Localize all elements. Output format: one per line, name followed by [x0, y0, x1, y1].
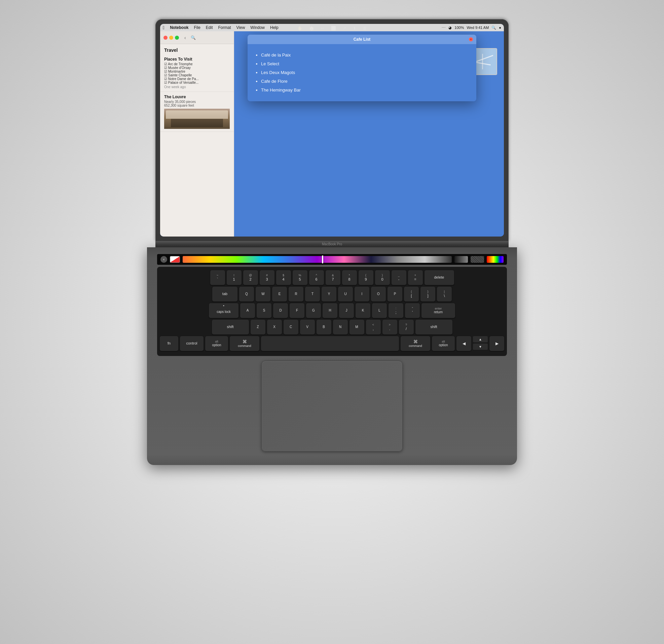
note-title-louvre: The Louvre	[164, 95, 230, 99]
key-a[interactable]: A	[240, 303, 255, 318]
key-control[interactable]: control	[180, 336, 204, 351]
key-m[interactable]: M	[350, 320, 364, 335]
touch-bar-slider-thumb	[322, 255, 323, 263]
trackpad[interactable]	[261, 361, 403, 451]
laptop-lid:  Notebook File Edit Format View Window …	[155, 19, 509, 241]
key-9[interactable]: (9	[358, 270, 373, 285]
bluetooth-icon: ⋅⋅⋅	[442, 25, 446, 30]
key-shift-left[interactable]: shift	[212, 320, 249, 335]
key-equals[interactable]: +=	[408, 270, 423, 285]
key-4[interactable]: $4	[276, 270, 291, 285]
key-c[interactable]: C	[284, 320, 298, 335]
menu-notebook[interactable]: Notebook	[170, 25, 188, 30]
menu-help[interactable]: Help	[270, 25, 278, 30]
key-v[interactable]: V	[300, 320, 315, 335]
key-delete[interactable]: delete	[424, 270, 454, 285]
key-0[interactable]: )0	[375, 270, 390, 285]
key-6[interactable]: ^6	[309, 270, 324, 285]
key-alt-right[interactable]: alt option	[432, 336, 455, 351]
wifi-icon: ◕	[449, 25, 452, 30]
note-item-places[interactable]: Places To Visit ☑ Arc de Triomphe ☑ Musé…	[160, 54, 234, 92]
search-button[interactable]: 🔍	[191, 35, 196, 40]
key-p[interactable]: P	[388, 287, 402, 301]
menu-format[interactable]: Format	[218, 25, 231, 30]
key-x[interactable]: X	[267, 320, 282, 335]
note-title-places: Places To Visit	[164, 57, 230, 62]
key-comma[interactable]: <,	[366, 320, 381, 335]
key-slash[interactable]: ?/	[399, 320, 414, 335]
key-backtick[interactable]: ~`	[210, 270, 225, 285]
key-bracket-open[interactable]: {[	[404, 287, 419, 301]
key-quote[interactable]: "'	[405, 303, 420, 318]
menu-window[interactable]: Window	[250, 25, 265, 30]
touch-bar-color-gradient[interactable]	[183, 256, 452, 263]
cafe-item-4: Cafe de Flore	[261, 77, 470, 86]
key-e[interactable]: E	[272, 287, 287, 301]
popup-titlebar: Cafe List ×	[248, 35, 476, 44]
trackpad-area	[157, 361, 507, 451]
close-button[interactable]	[164, 36, 167, 40]
menu-file[interactable]: File	[194, 25, 200, 30]
key-z[interactable]: Z	[251, 320, 265, 335]
key-r[interactable]: R	[289, 287, 304, 301]
note-item-louvre[interactable]: The Louvre Nearly 35,000 pieces 652,300 …	[160, 92, 234, 132]
key-tab[interactable]: tab	[212, 287, 237, 301]
key-arrow-left[interactable]: ◀	[456, 336, 471, 351]
key-space[interactable]	[261, 336, 399, 351]
key-arrow-right[interactable]: ▶	[490, 336, 504, 351]
key-semicolon[interactable]: :;	[389, 303, 403, 318]
key-backslash[interactable]: |\	[437, 287, 452, 301]
key-alt-left[interactable]: alt option	[205, 336, 228, 351]
cafe-item-2: Le Select	[261, 60, 470, 68]
key-fn[interactable]: fn	[160, 336, 178, 351]
key-3[interactable]: #3	[260, 270, 274, 285]
key-1[interactable]: !1	[227, 270, 242, 285]
touch-bar-close[interactable]: ×	[161, 256, 167, 263]
touch-bar-dark-gradient	[454, 256, 468, 263]
back-button[interactable]: ‹	[184, 35, 186, 40]
menu-edit[interactable]: Edit	[206, 25, 213, 30]
key-f[interactable]: F	[290, 303, 305, 318]
key-w[interactable]: W	[256, 287, 270, 301]
key-period[interactable]: >.	[382, 320, 397, 335]
key-row-bottom: fn control alt option ⌘ command ⌘ comman…	[160, 336, 504, 351]
key-7[interactable]: &7	[326, 270, 340, 285]
key-g[interactable]: G	[306, 303, 321, 318]
note-preview-places: ☑ Arc de Triomphe ☑ Musée d'Orsay ☑ Mont…	[164, 62, 230, 84]
key-j[interactable]: J	[339, 303, 354, 318]
key-y[interactable]: Y	[321, 287, 336, 301]
maximize-button[interactable]	[175, 36, 179, 40]
key-shift-right[interactable]: shift	[415, 320, 452, 335]
key-d[interactable]: D	[273, 303, 288, 318]
key-l[interactable]: L	[372, 303, 387, 318]
key-arrow-up[interactable]: ▲	[473, 336, 488, 343]
key-caps-lock[interactable]: caps lock	[209, 303, 238, 318]
key-k[interactable]: K	[356, 303, 370, 318]
minimize-button[interactable]	[169, 36, 173, 40]
key-i[interactable]: I	[355, 287, 369, 301]
key-u[interactable]: U	[338, 287, 353, 301]
key-s[interactable]: S	[257, 303, 271, 318]
key-t[interactable]: T	[305, 287, 320, 301]
touch-bar-color-swatch[interactable]	[170, 256, 180, 263]
key-n[interactable]: N	[333, 320, 348, 335]
key-h[interactable]: H	[323, 303, 337, 318]
key-5[interactable]: %5	[293, 270, 308, 285]
key-q[interactable]: Q	[239, 287, 254, 301]
key-return[interactable]: enter return	[421, 303, 455, 318]
siri-icon[interactable]: ●	[499, 25, 501, 29]
search-icon[interactable]: 🔍	[492, 25, 496, 30]
menu-view[interactable]: View	[236, 25, 245, 30]
key-2[interactable]: @2	[243, 270, 258, 285]
key-b[interactable]: B	[316, 320, 331, 335]
key-row-asdf: caps lock A S D F G H J K L :; "' enter …	[160, 303, 504, 318]
key-arrow-down[interactable]: ▼	[473, 344, 488, 350]
apple-menu[interactable]: 	[163, 25, 165, 30]
key-8[interactable]: *8	[342, 270, 357, 285]
key-o[interactable]: O	[371, 287, 386, 301]
key-minus[interactable]: _-	[392, 270, 406, 285]
key-command-left[interactable]: ⌘ command	[230, 336, 260, 351]
popup-close-button[interactable]: ×	[469, 37, 473, 41]
key-command-right[interactable]: ⌘ command	[401, 336, 430, 351]
key-bracket-close[interactable]: }]	[420, 287, 435, 301]
